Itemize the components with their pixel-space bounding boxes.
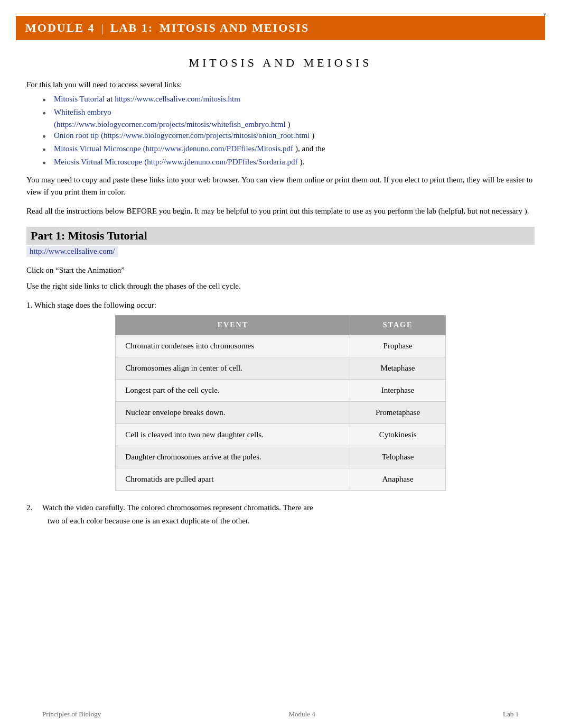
question1: 1. Which stage does the following occur:: [26, 301, 535, 310]
col-stage-header: STAGE: [350, 315, 445, 335]
event-cell: Chromatids are pulled apart: [116, 468, 350, 490]
link-line-2b: (https://www.biologycorner.com/projects/…: [54, 120, 291, 129]
header-divider: |: [101, 21, 104, 35]
list-item: ⦁ Whitefish embryo: [42, 108, 535, 119]
answer2: two of each color because one is an exac…: [48, 514, 535, 527]
stage-cell: Telophase: [350, 446, 445, 468]
stage-cell: Prophase: [350, 335, 445, 357]
list-item: ⦁ Mitosis Tutorial at https://www.cellsa…: [42, 95, 535, 106]
bullet-icon: ⦁: [42, 131, 52, 142]
list-item: ⦁ Onion root tip (https://www.biologycor…: [42, 131, 535, 142]
whitefish-link[interactable]: Whitefish embryo: [54, 108, 111, 117]
stage-cell: Interphase: [350, 379, 445, 401]
table-row: Chromatids are pulled apartAnaphase: [116, 468, 445, 490]
event-cell: Longest part of the cell cycle.: [116, 379, 350, 401]
question2-num: 2.: [26, 503, 32, 512]
question2: 2. Watch the video carefully. The colore…: [26, 503, 535, 512]
instruction2: Use the right side links to click throug…: [26, 280, 535, 292]
question2-text: Watch the video carefully. The colored c…: [42, 503, 313, 512]
event-table: EVENT STAGE Chromatin condenses into chr…: [115, 315, 445, 491]
mitosis-vm-connector: ), and the: [295, 144, 325, 153]
links-list: ⦁ Mitosis Tutorial at https://www.cellsa…: [42, 95, 535, 169]
mitosis-vm-url[interactable]: (http://www.jdenuno.com/PDFfiles/Mitosis…: [143, 144, 293, 153]
meiosis-vm-link[interactable]: Meiosis Virtual Microscope: [54, 158, 142, 167]
event-cell: Cell is cleaved into two new daughter ce…: [116, 423, 350, 446]
whitefish-url[interactable]: (https://www.biologycorner.com/projects/…: [54, 120, 286, 129]
bullet-icon: ⦁: [42, 108, 52, 119]
onion-url[interactable]: (https://www.biologycorner.com/projects/…: [101, 131, 310, 140]
meiosis-vm-url[interactable]: (http://www.jdenuno.com/PDFfiles/Sordari…: [144, 158, 297, 167]
para1: You may need to copy and paste these lin…: [26, 174, 535, 198]
link-line-2: Whitefish embryo: [54, 108, 111, 117]
header-lab: LAB 1:: [110, 21, 153, 35]
stage-cell: Metaphase: [350, 357, 445, 379]
meiosis-vm-suffix: ).: [300, 158, 304, 167]
part1-link[interactable]: http://www.cellsalive.com/: [26, 246, 118, 257]
bullet-icon: ⦁: [42, 158, 52, 169]
link-line-1: Mitosis Tutorial at https://www.cellsali…: [54, 95, 240, 104]
table-row: Nuclear envelope breaks down.Prometaphas…: [116, 401, 445, 423]
event-cell: Chromatin condenses into chromosomes: [116, 335, 350, 357]
instruction1: Click on “Start the Animation”: [26, 264, 535, 277]
footer: Principles of Biology Module 4 Lab 1: [0, 710, 561, 718]
footer-right: Lab 1: [503, 710, 519, 718]
header-title: MITOSIS AND MEIOSIS: [160, 21, 309, 35]
table-row: Chromosomes align in center of cell.Meta…: [116, 357, 445, 379]
stage-cell: Cytokinesis: [350, 423, 445, 446]
link-line-3: Onion root tip (https://www.biologycorne…: [54, 131, 314, 140]
event-cell: Daughter chromosomes arrive at the poles…: [116, 446, 350, 468]
link-line-4: Mitosis Virtual Microscope (http://www.j…: [54, 144, 325, 153]
table-row: Longest part of the cell cycle.Interphas…: [116, 379, 445, 401]
col-event-header: EVENT: [116, 315, 350, 335]
onion-link[interactable]: Onion root tip: [54, 131, 99, 140]
stage-cell: Anaphase: [350, 468, 445, 490]
whitefish-suffix: ): [288, 120, 291, 129]
bullet-icon: ⦁: [42, 144, 52, 155]
page-title: MITOSIS AND MEIOSIS: [16, 56, 545, 70]
page-corner: v: [543, 10, 546, 18]
table-row: Daughter chromosomes arrive at the poles…: [116, 446, 445, 468]
event-cell: Nuclear envelope breaks down.: [116, 401, 350, 423]
table-row: Cell is cleaved into two new daughter ce…: [116, 423, 445, 446]
para2: Read all the instructions below BEFORE y…: [26, 205, 535, 217]
mitosis-tutorial-link[interactable]: Mitosis Tutorial: [54, 95, 105, 104]
list-item-whitefish-url: (https://www.biologycorner.com/projects/…: [54, 120, 535, 129]
header-bar: MODULE 4 | LAB 1: MITOSIS AND MEIOSIS: [16, 16, 545, 40]
stage-cell: Prometaphase: [350, 401, 445, 423]
mitosis-tutorial-url[interactable]: https://www.cellsalive.com/mitosis.htm: [115, 95, 240, 104]
link-line-5: Meiosis Virtual Microscope (http://www.j…: [54, 158, 304, 167]
list-item: ⦁ Mitosis Virtual Microscope (http://www…: [42, 144, 535, 155]
bullet-icon: ⦁: [42, 95, 52, 106]
list-item: ⦁ Meiosis Virtual Microscope (http://www…: [42, 158, 535, 169]
mitosis-vm-link[interactable]: Mitosis Virtual Microscope: [54, 144, 141, 153]
link-connector-1: at: [107, 95, 113, 104]
header-module: MODULE 4: [25, 21, 95, 35]
onion-suffix: ): [312, 131, 314, 140]
footer-left: Principles of Biology: [42, 710, 101, 718]
intro-text: For this lab you will need to access sev…: [26, 80, 535, 89]
table-row: Chromatin condenses into chromosomesProp…: [116, 335, 445, 357]
footer-center: Module 4: [289, 710, 315, 718]
event-cell: Chromosomes align in center of cell.: [116, 357, 350, 379]
part1-heading: Part 1: Mitosis Tutorial: [26, 227, 535, 245]
